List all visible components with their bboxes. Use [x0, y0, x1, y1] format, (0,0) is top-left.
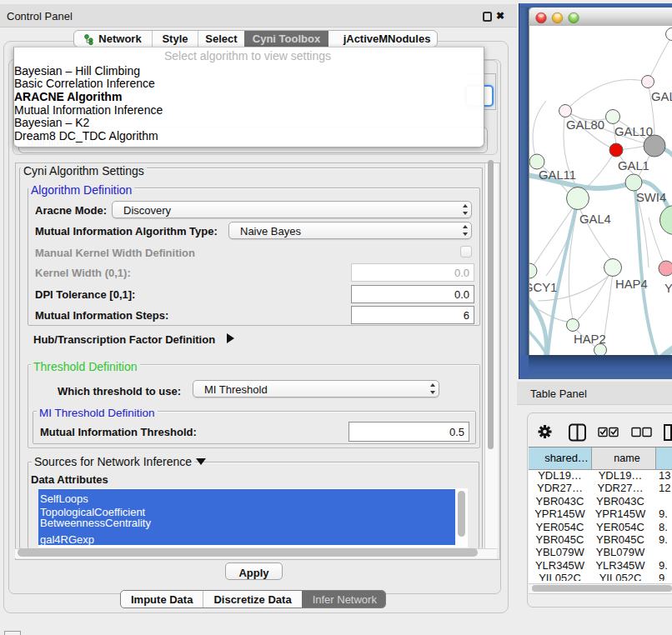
svg-text:GAL1: GAL1: [618, 159, 649, 172]
svg-text:GAL11: GAL11: [539, 168, 576, 182]
svg-text:Y: Y: [664, 282, 672, 295]
svg-text:GAL4: GAL4: [579, 212, 611, 226]
svg-text:GAL: GAL: [651, 90, 672, 103]
svg-text:GCY1: GCY1: [529, 281, 557, 294]
svg-text:HAP2: HAP2: [574, 332, 606, 346]
svg-text:SWI4: SWI4: [636, 191, 666, 204]
svg-text:HAP4: HAP4: [615, 278, 648, 291]
svg-text:GAL80: GAL80: [566, 118, 604, 132]
svg-text:GAL10: GAL10: [614, 125, 653, 138]
